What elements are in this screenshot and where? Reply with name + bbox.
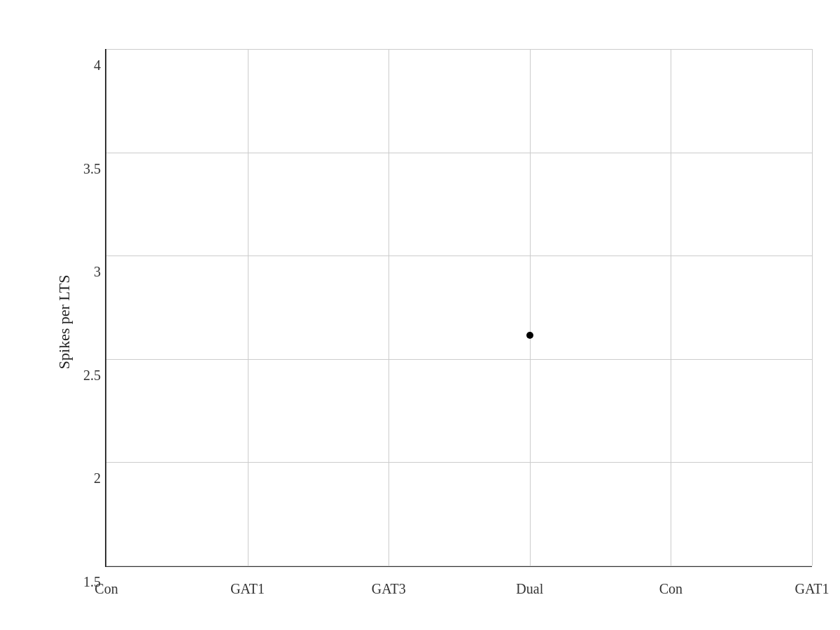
grid-line-h [106,566,812,566]
grid-line-h [106,153,812,153]
x-tick-label: Con [94,581,118,597]
chart-container: Spikes per LTS 43.532.521.5ConGAT1GAT3Du… [0,0,840,630]
x-tick-label: Con [659,581,682,597]
grid-line-h [106,49,812,50]
x-tick-label: Dual [516,581,543,597]
grid-line-h [106,359,812,360]
y-tick-label: 3 [94,264,101,280]
y-axis-label: Spikes per LTS [55,275,74,370]
grid-line-v [671,49,671,566]
grid-line-v [388,49,389,566]
grid-line-h [106,462,812,463]
x-tick-label: GAT3 [372,581,406,597]
grid-line-v [530,49,531,566]
x-tick-label: GAT1 [230,581,265,597]
grid-line-v [812,49,813,566]
data-point [526,332,533,339]
y-tick-label: 2.5 [83,367,101,383]
x-tick-label: GAT1 [795,581,830,597]
chart-wrapper: Spikes per LTS 43.532.521.5ConGAT1GAT3Du… [56,35,826,609]
y-tick-label: 3.5 [83,160,101,176]
grid-line-h [106,255,812,256]
plot-area: 43.532.521.5ConGAT1GAT3DualConGAT1 [105,49,812,567]
y-tick-label: 2 [94,470,101,486]
y-tick-label: 4 [94,57,101,74]
grid-line-v [248,49,248,566]
